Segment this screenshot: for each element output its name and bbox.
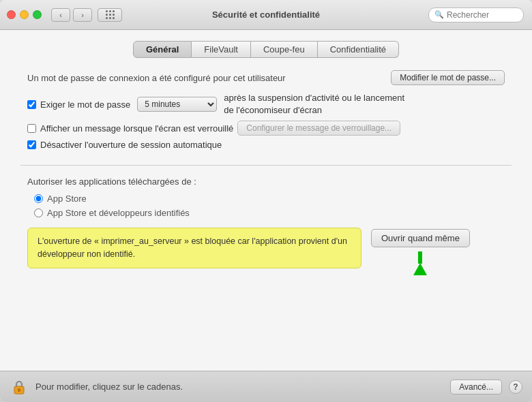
maximize-button[interactable]: [33, 10, 42, 19]
require-password-label: Exiger le mot de passe: [40, 99, 130, 110]
app-store-dev-radio-row: App Store et développeurs identifiés: [27, 208, 505, 218]
password-timeout-dropdown[interactable]: 5 minutes immédiatement 5 secondes 1 min…: [137, 97, 217, 112]
help-button[interactable]: ?: [509, 380, 522, 394]
disable-autologin-label: Désactiver l'ouverture de session automa…: [40, 140, 222, 150]
configure-message-button[interactable]: Configurer le message de verrouillage...: [237, 121, 400, 136]
allow-apps-section: Autoriser les applications téléchargées …: [20, 176, 512, 275]
password-configured-row: Un mot de passe de connexion a été confi…: [20, 70, 512, 85]
padlock-icon[interactable]: [10, 377, 29, 397]
forward-button[interactable]: ›: [73, 8, 92, 22]
require-password-row: Exiger le mot de passe 5 minutes immédia…: [20, 92, 512, 117]
app-store-dev-radio-label: App Store et développeurs identifiés: [47, 208, 190, 218]
arrow-shaft: [418, 251, 422, 264]
back-button[interactable]: ‹: [51, 8, 70, 22]
search-icon: 🔍: [434, 10, 444, 19]
app-store-radio-label: App Store: [47, 194, 87, 204]
nav-buttons: ‹ ›: [51, 8, 92, 22]
tab-general[interactable]: Général: [133, 41, 192, 58]
password-configured-label: Un mot de passe de connexion a été confi…: [27, 73, 391, 83]
svg-rect-1: [18, 388, 20, 392]
window-title: Sécurité et confidentialité: [212, 10, 320, 20]
search-input[interactable]: [447, 10, 518, 20]
open-anyway-button[interactable]: Ouvrir quand même: [371, 229, 470, 247]
change-password-button[interactable]: Modifier le mot de passe...: [391, 70, 505, 85]
show-message-label: Afficher un message lorsque l'écran est …: [40, 123, 233, 134]
padlock-svg: [11, 379, 27, 395]
section-divider: [20, 165, 512, 166]
require-password-checkbox[interactable]: [27, 100, 36, 109]
arrow-indicator: [413, 251, 427, 275]
warning-box: L'ouverture de « imprimer_au_serveur » e…: [27, 228, 361, 268]
open-anyway-area: Ouvrir quand même: [371, 228, 470, 275]
bottom-label: Pour modifier, cliquez sur le cadenas.: [35, 382, 443, 392]
app-store-radio-row: App Store: [27, 194, 505, 204]
show-message-row: Afficher un message lorsque l'écran est …: [20, 121, 512, 136]
tab-filevault[interactable]: FileVault: [192, 41, 251, 58]
close-button[interactable]: [7, 10, 16, 19]
traffic-lights: [7, 10, 42, 19]
warning-row: L'ouverture de « imprimer_au_serveur » e…: [27, 228, 505, 275]
system-preferences-window: ‹ › Sécurité et confidentialité 🔍 Généra…: [0, 0, 532, 402]
bottom-bar: Pour modifier, cliquez sur le cadenas. A…: [0, 371, 532, 402]
grid-button[interactable]: [98, 8, 122, 22]
app-store-dev-radio[interactable]: [34, 208, 43, 217]
disable-autologin-checkbox[interactable]: [27, 140, 36, 149]
grid-icon: [106, 10, 115, 19]
tab-privacy[interactable]: Confidentialité: [318, 41, 399, 58]
disable-autologin-row: Désactiver l'ouverture de session automa…: [20, 140, 512, 150]
content-area: Général FileVault Coupe-feu Confidential…: [0, 30, 532, 371]
tab-firewall[interactable]: Coupe-feu: [251, 41, 318, 58]
advanced-button[interactable]: Avancé...: [450, 380, 502, 395]
show-message-checkbox[interactable]: [27, 124, 36, 133]
warning-message: L'ouverture de « imprimer_au_serveur » e…: [38, 236, 347, 259]
require-password-after-text: après la suspension d'activité ou le lan…: [224, 92, 404, 117]
search-box[interactable]: 🔍: [428, 7, 524, 22]
allow-apps-label: Autoriser les applications téléchargées …: [27, 176, 505, 187]
minimize-button[interactable]: [20, 10, 29, 19]
arrow-head: [413, 263, 427, 275]
app-store-radio[interactable]: [34, 194, 43, 203]
titlebar: ‹ › Sécurité et confidentialité 🔍: [0, 0, 532, 30]
tabs-bar: Général FileVault Coupe-feu Confidential…: [20, 41, 512, 58]
